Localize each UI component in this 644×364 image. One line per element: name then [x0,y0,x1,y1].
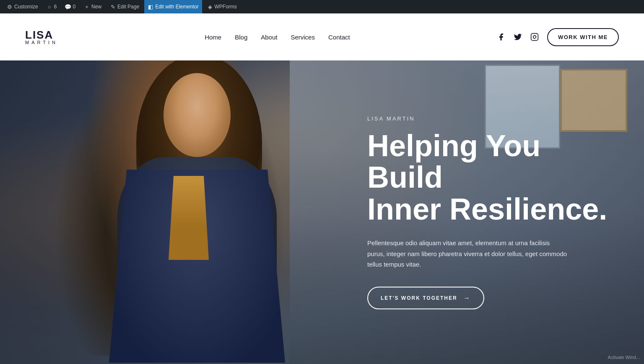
hero-title: Helping You Build Inner Resilience. [367,130,610,225]
nav-about[interactable]: About [261,34,277,41]
svg-rect-0 [531,34,538,41]
comments-button[interactable]: 💬 0 [62,0,79,13]
nav-blog[interactable]: Blog [235,34,247,41]
wpforms-icon: ◈ [207,4,213,10]
nav-services[interactable]: Services [291,34,315,41]
hero-description: Pellentesque odio aliquam vitae amet, el… [367,238,569,270]
customize-button[interactable]: ⚙ Customize [3,0,42,13]
hero-title-line1: Helping You Build [367,128,540,194]
updates-button[interactable]: ○ 6 [43,0,60,13]
comments-icon: 💬 [65,4,71,10]
pencil-icon: ✎ [110,4,116,10]
wordpress-icon: ⚙ [7,4,13,10]
plus-icon: + [84,4,90,10]
elementor-button[interactable]: ◧ Edit with Elementor [144,0,202,13]
hero-subtitle: LISA MARTIN [367,115,610,121]
updates-icon: ○ [47,4,52,10]
elementor-icon: ◧ [148,4,153,10]
hero-person-figure [55,60,285,356]
facebook-icon[interactable] [497,33,505,41]
instagram-icon[interactable] [530,33,539,41]
logo-surname: MARTIN [25,40,58,45]
hero-title-line2: Inner Resilience. [367,192,607,226]
hero-cta-button[interactable]: LET'S WORK TOGETHER → [367,287,484,309]
arrow-icon: → [463,294,471,302]
hero-content: LISA MARTIN Helping You Build Inner Resi… [367,115,610,309]
edit-page-button[interactable]: ✎ Edit Page [106,0,143,13]
person-face [164,73,231,157]
header-right: WORK WITH ME [497,28,619,46]
activate-watermark: Activate Wind... [608,355,640,360]
nav-contact[interactable]: Contact [328,34,350,41]
hero-section: LISA MARTIN Helping You Build Inner Resi… [0,60,644,364]
work-with-me-button[interactable]: WORK WITH ME [547,28,619,46]
wpforms-button[interactable]: ◈ WPForms [204,0,240,13]
site-header: LISA MARTIN Home Blog About Services Con… [0,13,644,60]
new-button[interactable]: + New [80,0,105,13]
logo-name: LISA [25,29,58,40]
twitter-icon[interactable] [514,33,522,41]
admin-bar: ⚙ Customize ○ 6 💬 0 + New ✎ Edit Page ◧ … [0,0,644,13]
hero-cta-label: LET'S WORK TOGETHER [381,295,457,301]
logo[interactable]: LISA MARTIN [25,29,58,45]
nav-home[interactable]: Home [205,34,221,41]
main-nav: Home Blog About Services Contact [205,34,350,41]
